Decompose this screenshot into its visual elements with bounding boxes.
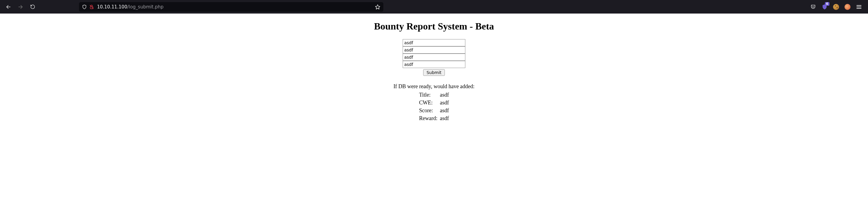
result-value: asdf — [438, 99, 450, 107]
result-row: CWE: asdf — [418, 99, 450, 107]
pocket-button[interactable] — [810, 4, 816, 10]
url-bar[interactable]: 10.10.11.100/log_submit.php — [79, 2, 383, 12]
page-content: Bounty Report System - Beta If DB were r… — [0, 13, 868, 122]
page-title: Bounty Report System - Beta — [0, 21, 868, 32]
arrow-left-icon — [6, 4, 11, 10]
url-text: 10.10.11.100/log_submit.php — [97, 4, 372, 10]
result-label: Title: — [418, 91, 439, 99]
report-form — [403, 39, 465, 76]
result-table: Title: asdf CWE: asdf Score: asdf Reward… — [418, 91, 450, 122]
result-heading: If DB were ready, would have added: — [0, 82, 868, 90]
browser-toolbar: 10.10.11.100/log_submit.php 6 — [0, 0, 868, 13]
cookie-icon — [833, 4, 839, 10]
extensions-button[interactable]: 6 — [822, 4, 828, 10]
url-path: /log_submit.php — [127, 4, 163, 10]
result-row: Score: asdf — [418, 107, 450, 114]
pocket-icon — [810, 4, 816, 10]
arrow-right-icon — [18, 4, 23, 10]
proxy-extension-button[interactable] — [844, 4, 850, 10]
forward-button[interactable] — [16, 2, 25, 12]
submit-button[interactable] — [423, 69, 445, 76]
shield-icon[interactable] — [82, 4, 87, 9]
lock-insecure-icon[interactable] — [89, 4, 94, 9]
result-label: CWE: — [418, 99, 439, 107]
input-field-4[interactable] — [403, 61, 465, 68]
menu-button[interactable] — [856, 4, 862, 10]
input-field-3[interactable] — [403, 53, 465, 61]
result-value: asdf — [438, 114, 450, 122]
result-row: Title: asdf — [418, 91, 450, 99]
swirl-icon — [844, 4, 850, 10]
reload-icon — [30, 4, 35, 9]
hamburger-icon — [857, 5, 861, 9]
notification-badge: 6 — [825, 2, 830, 6]
reload-button[interactable] — [28, 2, 37, 12]
url-host: 10.10.11.100 — [97, 4, 127, 10]
input-field-2[interactable] — [403, 46, 465, 53]
toolbar-right: 6 — [810, 4, 864, 10]
back-button[interactable] — [4, 2, 13, 12]
result-block: If DB were ready, would have added: Titl… — [0, 82, 868, 122]
cookie-extension-button[interactable] — [833, 4, 839, 10]
result-value: asdf — [438, 91, 450, 99]
input-field-1[interactable] — [403, 39, 465, 46]
result-label: Score: — [418, 107, 439, 114]
result-value: asdf — [438, 107, 450, 114]
bookmark-star-icon[interactable] — [375, 4, 380, 10]
svg-marker-4 — [375, 4, 380, 9]
result-row: Reward: asdf — [418, 114, 450, 122]
result-label: Reward: — [418, 114, 439, 122]
security-indicators — [82, 4, 94, 9]
